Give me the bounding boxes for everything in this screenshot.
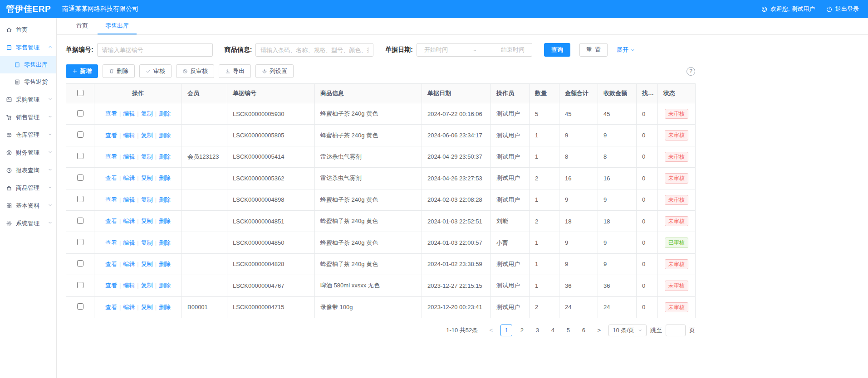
table-row: 查看|编辑|复制|删除LSCK00000005362雷达杀虫气雾剂2024-04… <box>66 168 696 189</box>
add-button[interactable]: 新增 <box>66 64 98 78</box>
next-page-button[interactable]: > <box>593 325 605 336</box>
copy-link[interactable]: 复制 <box>141 174 153 181</box>
view-link[interactable]: 查看 <box>105 174 117 181</box>
row-checkbox[interactable] <box>77 218 83 224</box>
sidebar-item-purchase[interactable]: 采购管理 <box>0 91 56 108</box>
prev-page-button[interactable]: < <box>485 325 497 336</box>
copy-link[interactable]: 复制 <box>141 110 153 117</box>
select-all-checkbox[interactable] <box>77 90 83 96</box>
view-link[interactable]: 查看 <box>105 110 117 117</box>
edit-link[interactable]: 编辑 <box>123 218 135 224</box>
sidebar-item-label: 采购管理 <box>16 96 39 104</box>
row-checkbox[interactable] <box>77 153 83 159</box>
view-link[interactable]: 查看 <box>105 282 117 289</box>
edit-link[interactable]: 编辑 <box>123 153 135 160</box>
copy-link[interactable]: 复制 <box>141 261 153 267</box>
copy-link[interactable]: 复制 <box>141 132 153 139</box>
sidebar-item-sales[interactable]: 销售管理 <box>0 108 56 126</box>
sidebar-subitem-label: 零售出库 <box>24 61 48 69</box>
sidebar-item-report[interactable]: 报表查询 <box>0 161 56 179</box>
view-link[interactable]: 查看 <box>105 132 117 139</box>
page-number-4[interactable]: 4 <box>547 325 559 336</box>
edit-link[interactable]: 编辑 <box>123 196 135 203</box>
page-size-select[interactable]: 10 条/页 <box>608 325 647 336</box>
jump-page-input[interactable] <box>666 325 686 336</box>
delete-link[interactable]: 删除 <box>159 304 171 310</box>
logout-button[interactable]: 退出登录 <box>826 5 859 13</box>
view-link[interactable]: 查看 <box>105 239 117 246</box>
copy-link[interactable]: 复制 <box>141 218 153 224</box>
copy-link[interactable]: 复制 <box>141 282 153 289</box>
help-icon[interactable]: ? <box>687 67 695 76</box>
link-divider: | <box>137 110 138 117</box>
sidebar-item-system[interactable]: 系统管理 <box>0 214 56 232</box>
delete-link[interactable]: 删除 <box>159 110 171 117</box>
sidebar-subitem[interactable]: 零售退货 <box>0 73 56 91</box>
sidebar-subitem[interactable]: 零售出库 <box>0 56 56 73</box>
sidebar-item-retail[interactable]: 零售管理 <box>0 39 56 56</box>
product-info-label: 商品信息: <box>225 46 252 54</box>
expand-link[interactable]: 展开 <box>617 46 635 54</box>
edit-link[interactable]: 编辑 <box>123 304 135 310</box>
page-number-2[interactable]: 2 <box>516 325 528 336</box>
date-range-picker[interactable]: 开始时间 ~ 结束时间 <box>417 43 532 57</box>
delete-link[interactable]: 删除 <box>159 239 171 246</box>
page-number-3[interactable]: 3 <box>531 325 543 336</box>
row-checkbox[interactable] <box>77 131 83 138</box>
operator-cell: 刘能 <box>491 210 530 232</box>
row-checkbox[interactable] <box>77 282 83 288</box>
page-number-5[interactable]: 5 <box>562 325 574 336</box>
view-link[interactable]: 查看 <box>105 261 117 267</box>
sidebar-item-basics[interactable]: 基本资料 <box>0 197 56 214</box>
tab-0[interactable]: 首页 <box>69 18 96 34</box>
change-cell: 0 <box>637 189 658 210</box>
row-checkbox[interactable] <box>77 260 83 267</box>
row-checkbox[interactable] <box>77 110 83 116</box>
column-settings-button[interactable]: 列设置 <box>255 64 294 78</box>
delete-link[interactable]: 删除 <box>159 282 171 289</box>
row-checkbox[interactable] <box>77 196 83 202</box>
bill-no-input[interactable] <box>97 43 213 57</box>
unaudit-button[interactable]: 反审核 <box>176 64 214 78</box>
delete-link[interactable]: 删除 <box>159 218 171 224</box>
edit-link[interactable]: 编辑 <box>123 110 135 117</box>
page-number-1[interactable]: 1 <box>500 325 512 336</box>
copy-link[interactable]: 复制 <box>141 304 153 310</box>
view-link[interactable]: 查看 <box>105 196 117 203</box>
delete-link[interactable]: 删除 <box>159 261 171 267</box>
audit-button[interactable]: 审核 <box>139 64 172 78</box>
view-link[interactable]: 查看 <box>105 218 117 224</box>
export-button[interactable]: 导出 <box>219 64 251 78</box>
chevron-down-icon <box>48 167 53 172</box>
edit-link[interactable]: 编辑 <box>123 239 135 246</box>
delete-link[interactable]: 删除 <box>159 174 171 181</box>
edit-link[interactable]: 编辑 <box>123 174 135 181</box>
delete-link[interactable]: 删除 <box>159 132 171 139</box>
query-button[interactable]: 查询 <box>544 43 570 57</box>
edit-link[interactable]: 编辑 <box>123 132 135 139</box>
sidebar-item-home[interactable]: 首页 <box>0 21 56 39</box>
product-info-input[interactable] <box>255 43 373 57</box>
edit-link[interactable]: 编辑 <box>123 282 135 289</box>
delete-link[interactable]: 删除 <box>159 153 171 160</box>
edit-link[interactable]: 编辑 <box>123 261 135 267</box>
row-checkbox[interactable] <box>77 174 83 181</box>
view-link[interactable]: 查看 <box>105 304 117 310</box>
tab-1[interactable]: 零售出库 <box>98 18 137 34</box>
view-link[interactable]: 查看 <box>105 153 117 160</box>
chevron-down-icon <box>48 114 53 119</box>
sidebar-item-finance[interactable]: 财务管理 <box>0 144 56 161</box>
delete-link[interactable]: 删除 <box>159 196 171 203</box>
row-checkbox[interactable] <box>77 303 83 310</box>
copy-link[interactable]: 复制 <box>141 153 153 160</box>
reset-button[interactable]: 重置 <box>579 43 608 57</box>
sidebar-item-product[interactable]: 商品管理 <box>0 179 56 197</box>
row-checkbox[interactable] <box>77 239 83 245</box>
sidebar-item-warehouse[interactable]: 仓库管理 <box>0 126 56 144</box>
copy-link[interactable]: 复制 <box>141 239 153 246</box>
page-number-6[interactable]: 6 <box>578 325 589 336</box>
qty-cell: 1 <box>530 232 559 253</box>
welcome-user[interactable]: 欢迎您, 测试用户 <box>761 5 815 13</box>
delete-button[interactable]: 删除 <box>103 64 135 78</box>
copy-link[interactable]: 复制 <box>141 196 153 203</box>
